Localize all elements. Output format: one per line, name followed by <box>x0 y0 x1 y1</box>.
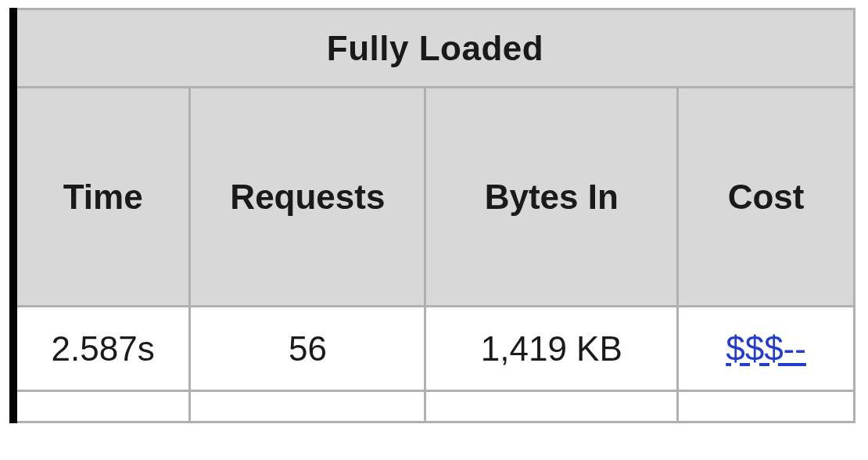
fully-loaded-table: Fully Loaded Time Requests Bytes In Cost… <box>9 8 855 423</box>
cell-cost: $$$-- <box>678 307 855 391</box>
col-header-cost: Cost <box>678 88 855 307</box>
table-row <box>13 391 855 422</box>
cell-empty <box>425 391 678 422</box>
cell-empty <box>13 391 190 422</box>
cell-time: 2.587s <box>13 307 190 391</box>
cost-link[interactable]: $$$-- <box>726 329 806 368</box>
cell-requests: 56 <box>190 307 425 391</box>
table-title: Fully Loaded <box>13 9 855 88</box>
col-header-time: Time <box>13 88 190 307</box>
table-header-row: Time Requests Bytes In Cost <box>13 88 855 307</box>
table-row: 2.587s 56 1,419 KB $$$-- <box>13 307 855 391</box>
cell-empty <box>678 391 855 422</box>
col-header-requests: Requests <box>190 88 425 307</box>
cell-empty <box>190 391 425 422</box>
cell-bytes-in: 1,419 KB <box>425 307 678 391</box>
col-header-bytes-in: Bytes In <box>425 88 678 307</box>
